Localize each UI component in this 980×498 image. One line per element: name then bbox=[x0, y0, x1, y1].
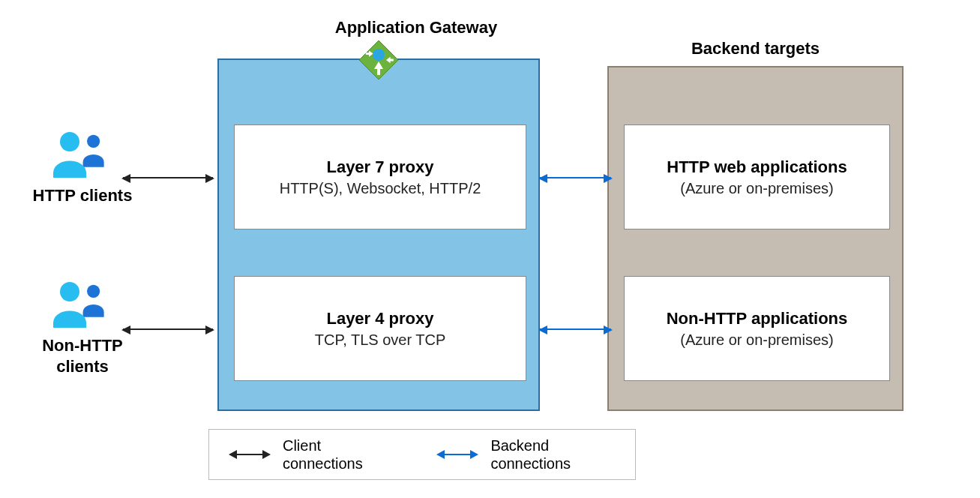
users-icon bbox=[53, 281, 112, 328]
layer7-proxy-title: Layer 7 proxy bbox=[242, 158, 518, 177]
client-connections-arrow-icon bbox=[230, 454, 269, 455]
legend: Client connections Backend connections bbox=[208, 429, 636, 480]
nonhttp-clients-label: Non-HTTP clients bbox=[30, 335, 135, 376]
application-gateway-container: Layer 7 proxy HTTP(S), Websocket, HTTP/2… bbox=[217, 58, 540, 411]
layer7-proxy-card: Layer 7 proxy HTTP(S), Websocket, HTTP/2 bbox=[234, 124, 526, 230]
svg-point-1 bbox=[60, 132, 79, 152]
backend-targets-container: HTTP web applications (Azure or on-premi… bbox=[607, 66, 904, 411]
http-web-apps-card: HTTP web applications (Azure or on-premi… bbox=[624, 124, 890, 230]
http-clients-group: HTTP clients bbox=[30, 131, 135, 206]
application-gateway-icon bbox=[358, 39, 400, 81]
backend-connection-arrow bbox=[540, 328, 611, 330]
backend-targets-title: Backend targets bbox=[607, 39, 904, 58]
legend-backend-label: Backend connections bbox=[490, 436, 614, 472]
svg-point-2 bbox=[87, 285, 100, 298]
backend-connections-arrow-icon bbox=[438, 454, 477, 455]
layer4-proxy-subtitle: TCP, TLS over TCP bbox=[242, 332, 518, 349]
nonhttp-apps-title: Non-HTTP applications bbox=[632, 309, 882, 328]
svg-point-0 bbox=[87, 135, 100, 148]
application-gateway-title: Application Gateway bbox=[277, 18, 555, 38]
http-clients-label: HTTP clients bbox=[30, 185, 135, 206]
nonhttp-apps-subtitle: (Azure or on-premises) bbox=[632, 332, 882, 349]
http-web-apps-subtitle: (Azure or on-premises) bbox=[632, 180, 882, 197]
svg-point-3 bbox=[60, 282, 79, 302]
backend-connection-arrow bbox=[540, 177, 611, 178]
layer4-proxy-card: Layer 4 proxy TCP, TLS over TCP bbox=[234, 276, 526, 381]
layer7-proxy-subtitle: HTTP(S), Websocket, HTTP/2 bbox=[242, 180, 518, 197]
layer4-proxy-title: Layer 4 proxy bbox=[242, 309, 518, 328]
legend-client-label: Client connections bbox=[283, 436, 389, 472]
users-icon bbox=[53, 131, 112, 178]
svg-point-5 bbox=[373, 49, 385, 61]
nonhttp-clients-group: Non-HTTP clients bbox=[30, 281, 135, 376]
http-web-apps-title: HTTP web applications bbox=[632, 158, 882, 177]
client-connection-arrow bbox=[123, 177, 213, 178]
nonhttp-apps-card: Non-HTTP applications (Azure or on-premi… bbox=[624, 276, 890, 381]
client-connection-arrow bbox=[123, 328, 213, 330]
